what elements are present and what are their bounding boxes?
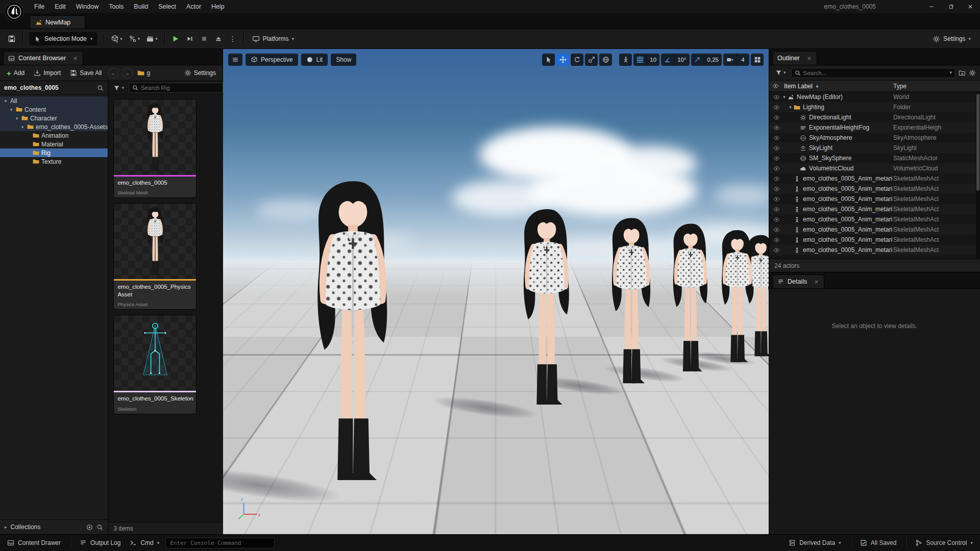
- rotate-tool[interactable]: [571, 54, 583, 66]
- grid-snap-value[interactable]: 10: [646, 54, 659, 66]
- tree-item-all[interactable]: ▾All: [0, 96, 108, 105]
- output-log-button[interactable]: Output Log: [77, 539, 124, 546]
- character-actor[interactable]: [282, 177, 424, 487]
- scale-tool[interactable]: [585, 54, 598, 66]
- visibility-toggle[interactable]: [771, 237, 781, 243]
- tree-item-animation[interactable]: Animation: [0, 131, 108, 140]
- add-collection-icon[interactable]: [86, 524, 93, 531]
- visibility-toggle[interactable]: [771, 94, 781, 101]
- tab-newmap[interactable]: NewMap: [30, 15, 85, 29]
- expand-icon[interactable]: ▾: [20, 124, 25, 130]
- menu-edit[interactable]: Edit: [50, 1, 70, 12]
- tree-item-material[interactable]: Material: [0, 140, 108, 148]
- character-actor[interactable]: [592, 215, 671, 387]
- outliner-row-emo-clothes-0005-anim-metarig-f[interactable]: emo_clothes_0005_Anim_metarig_FSkeletalM…: [769, 204, 980, 214]
- expand-icon[interactable]: ▾: [781, 94, 787, 99]
- expand-icon[interactable]: ▾: [14, 116, 19, 121]
- skip-frame-button[interactable]: [183, 32, 197, 46]
- perspective-button[interactable]: Perspective: [246, 54, 298, 66]
- world-local-toggle[interactable]: [599, 54, 612, 66]
- import-button[interactable]: Import: [30, 68, 64, 78]
- select-tool[interactable]: [542, 54, 555, 66]
- menu-tools[interactable]: Tools: [104, 1, 128, 12]
- cb-settings-button[interactable]: Settings: [181, 68, 219, 78]
- rotation-snap-value[interactable]: 10°: [674, 54, 689, 66]
- add-actor-button[interactable]: ▾: [108, 32, 125, 46]
- visibility-toggle[interactable]: [771, 247, 781, 254]
- grid-snap-toggle[interactable]: [633, 54, 646, 66]
- expand-icon[interactable]: ▾: [788, 105, 793, 110]
- close-icon[interactable]: [72, 56, 78, 61]
- source-search-row[interactable]: emo_clothes_0005: [0, 81, 108, 95]
- surface-snap-toggle[interactable]: [619, 54, 632, 66]
- menu-help[interactable]: Help: [207, 1, 229, 12]
- move-tool[interactable]: [556, 54, 569, 66]
- tab-details[interactable]: Details: [772, 274, 824, 288]
- camera-speed-button[interactable]: [723, 54, 736, 66]
- tree-item-emo-clothes-0005-assets[interactable]: ▾emo_clothes_0005-Assets: [0, 122, 108, 131]
- outliner-row-lighting[interactable]: ▾LightingFolder: [769, 102, 980, 112]
- outliner-row-emo-clothes-0005-anim-metarig-f[interactable]: emo_clothes_0005_Anim_metarig_FSkeletalM…: [769, 224, 980, 235]
- stop-button[interactable]: [198, 32, 211, 46]
- menu-actor[interactable]: Actor: [182, 1, 206, 12]
- outliner-row-emo-clothes-0005-anim-metarig-1[interactable]: emo_clothes_0005_Anim_metarig_1SkeletalM…: [769, 173, 980, 184]
- visibility-toggle[interactable]: [771, 104, 781, 111]
- tree-item-character[interactable]: ▾Character: [0, 114, 108, 122]
- viewport[interactable]: x z Perspective Lit Show 10 10°: [223, 49, 769, 534]
- visibility-toggle[interactable]: [771, 165, 781, 172]
- asset-search-input[interactable]: [141, 85, 219, 91]
- tree-item-texture[interactable]: Texture: [0, 157, 108, 166]
- outliner-search-input[interactable]: [803, 70, 947, 76]
- asset-card-emo-clothes-0005-skeleton[interactable]: emo_clothes_0005_SkeletonSkeleton: [113, 315, 197, 414]
- camera-speed-value[interactable]: 4: [736, 54, 749, 66]
- derived-data-button[interactable]: Derived Data▾: [786, 539, 844, 546]
- platforms-button[interactable]: Platforms ▾: [248, 32, 298, 46]
- play-options-button[interactable]: ⋮: [226, 32, 239, 46]
- menu-window[interactable]: Window: [71, 1, 103, 12]
- column-type[interactable]: Type: [893, 83, 906, 90]
- viewport-options-button[interactable]: [228, 54, 242, 66]
- scale-snap-toggle[interactable]: [691, 54, 704, 66]
- maximize-button[interactable]: [941, 0, 961, 13]
- console-input[interactable]: [170, 540, 270, 546]
- filter-button[interactable]: ▾: [111, 84, 126, 92]
- outliner-search[interactable]: ▾: [791, 68, 955, 78]
- tree-item-rig[interactable]: Rig: [0, 148, 108, 157]
- tab-outliner[interactable]: Outliner: [772, 51, 817, 65]
- cmd-button[interactable]: Cmd▾: [127, 539, 162, 546]
- forward-button[interactable]: →: [122, 68, 133, 79]
- visibility-toggle[interactable]: [771, 206, 781, 213]
- outliner-row-newmap-editor[interactable]: ▾NewMap (Editor)World: [769, 92, 980, 102]
- minimize-button[interactable]: [922, 0, 941, 13]
- close-icon[interactable]: [814, 279, 819, 285]
- outliner-row-directionallight[interactable]: DirectionalLightDirectionalLight: [769, 112, 980, 122]
- outliner-settings-icon[interactable]: [969, 69, 976, 77]
- scrollbar-thumb[interactable]: [976, 94, 979, 191]
- collections-bar[interactable]: ▸ Collections: [0, 519, 108, 534]
- all-saved-button[interactable]: All Saved: [857, 539, 900, 546]
- lit-button[interactable]: Lit: [301, 54, 328, 66]
- asset-card-emo-clothes-0005-physics-asset[interactable]: emo_clothes_0005_Physics AssetPhysics As…: [113, 203, 197, 310]
- back-button[interactable]: ←: [108, 68, 119, 79]
- menu-select[interactable]: Select: [154, 1, 181, 12]
- console-input-wrap[interactable]: [165, 538, 275, 548]
- menu-build[interactable]: Build: [129, 1, 153, 12]
- visibility-toggle[interactable]: [771, 216, 781, 223]
- visibility-toggle[interactable]: [771, 186, 781, 192]
- outliner-row-emo-clothes-0005-anim-metarig-a[interactable]: emo_clothes_0005_Anim_metarig_ASkeletalM…: [769, 184, 980, 194]
- close-icon[interactable]: [806, 56, 812, 61]
- asset-search[interactable]: [129, 83, 223, 93]
- menu-file[interactable]: File: [30, 1, 49, 12]
- visibility-toggle[interactable]: [771, 155, 781, 162]
- visibility-toggle[interactable]: [771, 176, 781, 182]
- close-button[interactable]: [961, 0, 980, 13]
- expand-icon[interactable]: ▾: [9, 107, 14, 112]
- show-button[interactable]: Show: [331, 54, 356, 66]
- visibility-toggle[interactable]: [771, 135, 781, 141]
- visibility-toggle[interactable]: [771, 227, 781, 233]
- search-icon[interactable]: [97, 85, 104, 91]
- play-button[interactable]: [169, 32, 182, 46]
- visibility-toggle[interactable]: [771, 196, 781, 203]
- outliner-row-exponentialheightfog[interactable]: ExponentialHeightFogExponentialHeigh: [769, 122, 980, 133]
- outliner-row-skyatmosphere[interactable]: SkyAtmosphereSkyAtmosphere: [769, 133, 980, 143]
